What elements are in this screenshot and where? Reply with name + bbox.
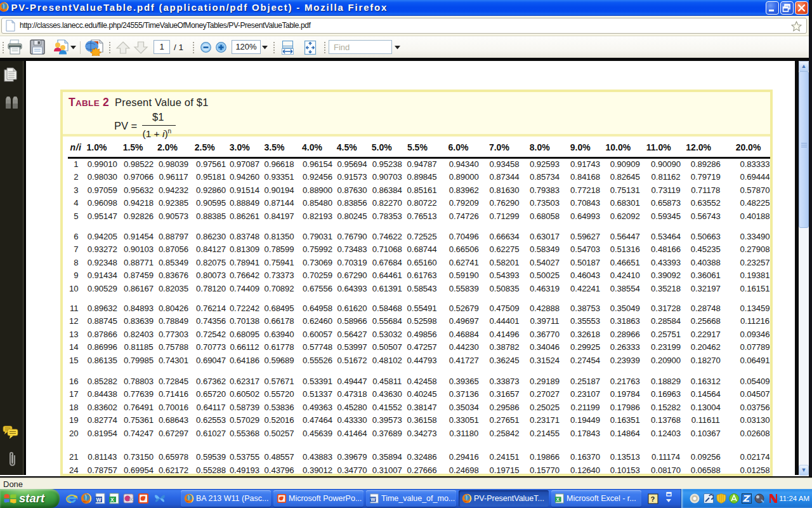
- svg-text:?: ?: [651, 495, 655, 503]
- svg-text:W: W: [370, 497, 376, 502]
- svg-text:X: X: [556, 497, 560, 502]
- svg-text:W: W: [96, 497, 102, 503]
- svg-text:X: X: [110, 497, 114, 503]
